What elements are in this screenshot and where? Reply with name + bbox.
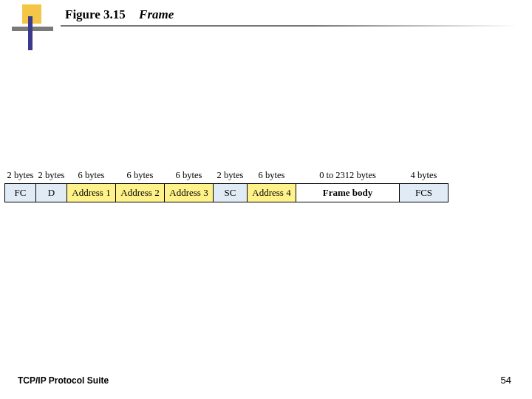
field-label: Frame body [296,184,400,202]
page-number: 54 [501,375,511,386]
field-size: 6 bytes [67,168,116,184]
slide-logo [12,4,53,46]
figure-name: Frame [139,7,174,21]
logo-vbar [28,16,33,50]
field-size: 0 to 2312 bytes [296,168,400,184]
frame-diagram: 2 bytes2 bytes6 bytes6 bytes6 bytes2 byt… [0,168,532,202]
frame-fields-row: FCDAddress 1Address 2Address 3SCAddress … [5,184,526,202]
frame-sizes-row: 2 bytes2 bytes6 bytes6 bytes6 bytes2 byt… [5,168,526,184]
field-size: 2 bytes [5,168,36,184]
field-label: Address 3 [165,184,214,202]
field-label: Address 4 [248,184,296,202]
field-label: SC [214,184,248,202]
field-size: 6 bytes [165,168,214,184]
footer-text: TCP/IP Protocol Suite [18,375,109,386]
figure-title: Figure 3.15 Frame [65,7,174,22]
field-size: 2 bytes [36,168,67,184]
field-label: FC [5,184,36,202]
field-label: D [36,184,67,202]
field-label: Address 2 [116,184,165,202]
figure-number: Figure 3.15 [65,7,126,21]
title-underline [61,25,517,27]
field-size: 6 bytes [116,168,165,184]
field-label: FCS [400,184,449,202]
field-size: 4 bytes [400,168,449,184]
field-label: Address 1 [67,184,116,202]
logo-hbar [12,27,53,31]
frame-table: 2 bytes2 bytes6 bytes6 bytes6 bytes2 byt… [4,168,526,202]
field-size: 2 bytes [214,168,248,184]
field-size: 6 bytes [248,168,296,184]
